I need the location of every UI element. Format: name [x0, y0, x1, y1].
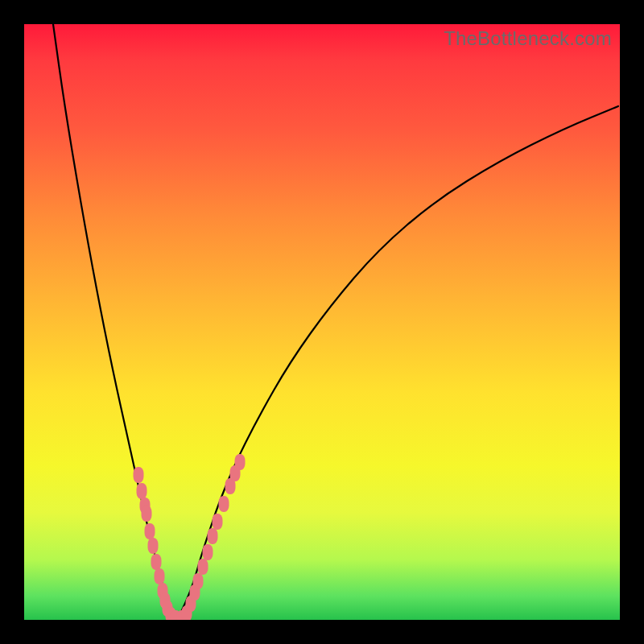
curve-marker [219, 496, 229, 512]
curve-marker [235, 454, 246, 470]
curve-marker [213, 514, 223, 530]
curve-marker [142, 506, 152, 522]
curve-marker [137, 483, 147, 499]
curve-marker [148, 538, 159, 554]
curve-svg [24, 24, 620, 620]
curve-marker [151, 554, 162, 570]
curve-marker [193, 573, 204, 589]
curve-marker [155, 568, 165, 584]
bottleneck-curve [53, 24, 618, 616]
curve-marker [198, 559, 208, 575]
curve-marker [145, 523, 155, 539]
chart-frame: TheBottleneck.com [0, 0, 644, 644]
curve-marker [208, 528, 218, 544]
curve-marker [134, 467, 144, 483]
plot-area: TheBottleneck.com [24, 24, 620, 620]
curve-marker [203, 544, 213, 560]
